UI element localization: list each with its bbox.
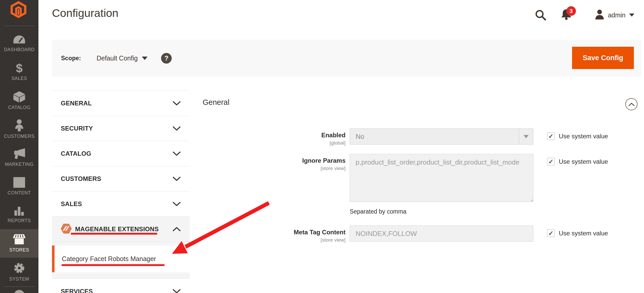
- meta-tag-content-input[interactable]: [350, 226, 533, 242]
- sidebar-item-system[interactable]: SYSTEM: [0, 258, 38, 286]
- use-system-value-checkbox[interactable]: ✓: [547, 229, 555, 237]
- help-icon[interactable]: ?: [161, 53, 172, 64]
- group-label: SERVICES: [61, 288, 93, 293]
- chevron-down-icon: [172, 202, 181, 207]
- sidebar-menu: DASHBOARD $ SALES CATALOG CUSTOMERS: [0, 29, 38, 286]
- bar-chart-icon: [14, 206, 24, 216]
- scope-switcher[interactable]: Default Config: [97, 54, 148, 62]
- sidebar-item-label: CONTENT: [8, 190, 31, 196]
- check-icon: ✓: [548, 158, 553, 165]
- field-note: Separated by comma: [350, 208, 533, 215]
- sidebar-item-dashboard[interactable]: DASHBOARD: [0, 29, 38, 58]
- avatar-icon: [595, 10, 604, 21]
- group-label: SECURITY: [61, 125, 93, 132]
- config-group-customers[interactable]: CUSTOMERS: [52, 166, 190, 192]
- group-label: CATALOG: [61, 150, 91, 157]
- admin-sidebar: DASHBOARD $ SALES CATALOG CUSTOMERS: [0, 0, 38, 293]
- topbar-actions: 3 admin: [535, 9, 634, 21]
- save-config-button[interactable]: Save Config: [572, 47, 634, 69]
- sidebar-divider: [4, 26, 35, 26]
- config-group-security[interactable]: SECURITY: [52, 116, 190, 141]
- sidebar-divider: [4, 287, 35, 287]
- sidebar-item-label: DASHBOARD: [4, 47, 35, 52]
- sidebar-item-marketing[interactable]: MARKETING: [0, 144, 38, 172]
- magenable-logo-icon: [61, 224, 72, 235]
- annotation-underline: [71, 233, 157, 235]
- use-system-value-wrap: ✓ Use system value: [547, 128, 641, 140]
- scope-value: Default Config: [97, 54, 138, 62]
- use-system-value-wrap: ✓ Use system value: [547, 226, 641, 237]
- enabled-select[interactable]: No: [350, 128, 533, 145]
- magento-admin-page: DASHBOARD $ SALES CATALOG CUSTOMERS: [0, 0, 644, 293]
- sidebar-item-label: SALES: [11, 76, 27, 81]
- sidebar-item-label: MARKETING: [5, 162, 34, 167]
- collapse-section-button[interactable]: [625, 98, 638, 110]
- config-group-sales[interactable]: SALES: [52, 192, 190, 217]
- dashboard-icon: [13, 35, 26, 45]
- chevron-down-icon: [172, 151, 181, 156]
- sidebar-item-reports[interactable]: REPORTS: [0, 201, 38, 229]
- field-row-ignore-params: Ignore Params [store view] p,product_lis…: [203, 154, 641, 215]
- chevron-up-icon: [172, 227, 181, 231]
- search-icon[interactable]: [535, 10, 546, 21]
- sidebar-item-content[interactable]: CONTENT: [0, 172, 38, 201]
- magenable-subsection: Category Facet Robots Manager: [52, 242, 190, 278]
- magenable-extensions-header[interactable]: MAGENABLE EXTENSIONS: [52, 217, 190, 242]
- sidebar-item-label: SYSTEM: [9, 276, 29, 282]
- layout-icon: [13, 177, 25, 188]
- chevron-down-icon: [629, 13, 634, 17]
- section-title: General: [203, 98, 229, 107]
- username: admin: [608, 11, 626, 19]
- notification-badge: 3: [566, 6, 576, 16]
- field-scope-hint: [global]: [203, 140, 346, 146]
- sidebar-item-label: REPORTS: [8, 218, 31, 223]
- chevron-down-icon: [172, 101, 181, 106]
- config-group-services[interactable]: SERVICES: [52, 279, 190, 293]
- chevron-down-icon: [142, 57, 148, 60]
- person-icon: [15, 119, 24, 131]
- partners-icon[interactable]: [14, 290, 24, 293]
- page-title: Configuration: [52, 7, 118, 19]
- notifications-button[interactable]: 3: [561, 9, 572, 21]
- group-label: MAGENABLE EXTENSIONS: [75, 226, 159, 233]
- sidebar-item-catalog[interactable]: CATALOG: [0, 86, 38, 115]
- field-row-enabled: Enabled [global] No ✓ Use system value: [203, 128, 641, 146]
- sidebar-item-stores[interactable]: STORES: [0, 229, 38, 258]
- dollar-icon: $: [16, 63, 23, 73]
- config-form-panel: General Enabled [global] No ✓ Use system…: [203, 97, 641, 243]
- use-system-value-label: Use system value: [559, 229, 608, 237]
- nav-item-category-facet-robots-manager[interactable]: Category Facet Robots Manager: [52, 246, 190, 272]
- chevron-down-icon: [172, 289, 181, 293]
- megaphone-icon: [13, 148, 25, 159]
- use-system-value-checkbox[interactable]: ✓: [547, 158, 555, 165]
- group-label: CUSTOMERS: [61, 175, 101, 182]
- field-label: Ignore Params: [203, 157, 346, 164]
- use-system-value-label: Use system value: [559, 132, 608, 140]
- account-menu[interactable]: admin: [595, 10, 634, 21]
- field-label: Enabled: [203, 132, 346, 139]
- scope-label: Scope:: [61, 55, 81, 62]
- sidebar-item-label: STORES: [9, 247, 29, 253]
- annotation-underline: [62, 264, 164, 266]
- check-icon: ✓: [548, 230, 553, 237]
- ignore-params-textarea[interactable]: p,product_list_order,product_list_dir,pr…: [350, 154, 533, 202]
- config-group-general[interactable]: GENERAL: [52, 91, 190, 116]
- sidebar-item-sales[interactable]: $ SALES: [0, 58, 38, 86]
- chevron-down-icon: [172, 176, 181, 181]
- check-icon: ✓: [548, 133, 553, 140]
- config-group-catalog[interactable]: CATALOG: [52, 141, 190, 166]
- select-value: No: [356, 133, 364, 141]
- use-system-value-checkbox[interactable]: ✓: [547, 132, 555, 140]
- topbar: Configuration 3 admin: [38, 0, 644, 34]
- field-label: Meta Tag Content: [203, 229, 346, 236]
- config-nav: GENERAL SECURITY CATALOG CUSTOMERS SALES: [52, 91, 190, 293]
- magento-logo-icon[interactable]: [10, 1, 27, 18]
- nav-item-label: Category Facet Robots Manager: [62, 255, 156, 263]
- box-icon: [13, 91, 25, 103]
- config-group-magenable-extensions: MAGENABLE EXTENSIONS Category Facet Robo…: [52, 217, 190, 279]
- group-label: GENERAL: [61, 100, 92, 107]
- sidebar-item-customers[interactable]: CUSTOMERS: [0, 115, 38, 144]
- field-scope-hint: [store view]: [203, 166, 346, 171]
- storefront-icon: [13, 234, 25, 245]
- field-row-meta-tag-content: Meta Tag Content [store view] ✓ Use syst…: [203, 226, 641, 243]
